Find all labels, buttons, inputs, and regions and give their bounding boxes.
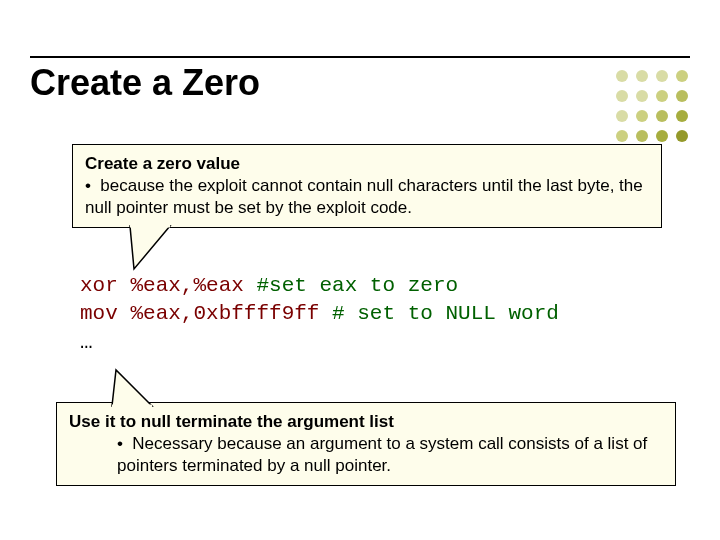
code-op1: xor: [80, 274, 118, 297]
callout-head: Create a zero value: [85, 153, 649, 175]
decor-dot: [656, 130, 668, 142]
decor-dot: [636, 130, 648, 142]
callout-null-terminate: Use it to null terminate the argument li…: [56, 402, 676, 486]
decor-dot: [616, 130, 628, 142]
title-block: Create a Zero: [30, 56, 690, 104]
callout-create-zero: Create a zero value •because the exploit…: [72, 144, 662, 228]
code-ellipsis: …: [80, 331, 93, 354]
decor-dot: [676, 130, 688, 142]
code-block: xor %eax,%eax #set eax to zero mov %eax,…: [80, 272, 559, 357]
code-op2: mov: [80, 302, 118, 325]
callout2-bullet: •Necessary because an argument to a syst…: [69, 433, 663, 477]
code-cm1: #set eax to zero: [256, 274, 458, 297]
code-args2: %eax,0xbffff9ff: [130, 302, 319, 325]
decor-dot: [636, 110, 648, 122]
slide: Create a Zero Create a zero value •becau…: [0, 0, 720, 540]
decor-dot: [676, 110, 688, 122]
callout2-bullet-text: Necessary because an argument to a syste…: [117, 434, 647, 475]
callout-bullet-text: because the exploit cannot contain null …: [85, 176, 643, 217]
decor-dot: [616, 110, 628, 122]
code-args1: %eax,%eax: [130, 274, 243, 297]
callout2-head: Use it to null terminate the argument li…: [69, 411, 663, 433]
callout2-tail: [108, 368, 164, 408]
title-rule: [30, 56, 690, 58]
code-cm2: # set to NULL word: [332, 302, 559, 325]
slide-title: Create a Zero: [30, 62, 690, 104]
svg-marker-0: [130, 226, 170, 269]
callout1-tail: [128, 225, 184, 273]
decor-dot: [656, 110, 668, 122]
svg-marker-2: [112, 370, 152, 406]
callout-bullet: •because the exploit cannot contain null…: [85, 175, 649, 219]
